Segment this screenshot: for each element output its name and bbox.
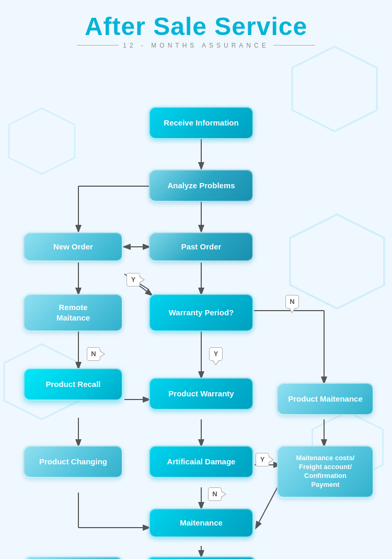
analyze-problems-node: Analyze Problems	[149, 169, 253, 202]
flowchart: Receive Information Analyze Problems New…	[0, 54, 392, 559]
maitenance-costs-node: Maitenance costs/ Freight account/ Confi…	[277, 446, 374, 498]
return-to-client-node: Return to Client	[146, 556, 256, 559]
page-subtitle: 12 - MONTHS ASSURANCE	[0, 42, 392, 49]
label-n-remote: N	[87, 347, 100, 361]
label-y-artificial: Y	[256, 453, 269, 466]
product-maitenance-node: Product Maitenance	[277, 383, 374, 415]
product-recall-node: Product Recall	[24, 368, 123, 401]
svg-line-24	[256, 483, 280, 528]
product-changing-node: Product Changing	[24, 446, 123, 478]
clients-feedback-node: Clients' Feedback	[24, 556, 123, 559]
label-y-warranty: Y	[209, 347, 223, 361]
artificial-damage-node: Artificaial Damage	[149, 446, 253, 478]
new-order-node: New Order	[24, 232, 123, 261]
page-container: After Sale Service 12 - MONTHS ASSURANCE	[0, 0, 392, 559]
maitenance-node: Maitenance	[149, 508, 253, 538]
receive-information-node: Receive Information	[149, 107, 253, 139]
label-n-warranty: N	[285, 295, 299, 309]
page-title: After Sale Service	[0, 5, 392, 41]
label-n-artificial: N	[208, 487, 222, 501]
label-y-new-order: Y	[126, 273, 140, 287]
warranty-period-node: Warranty Period?	[149, 294, 253, 332]
remote-maitance-node: Remote Maitance	[24, 294, 123, 332]
product-warranty-node: Product Warranty	[149, 378, 253, 410]
past-order-node: Past Order	[149, 232, 253, 261]
